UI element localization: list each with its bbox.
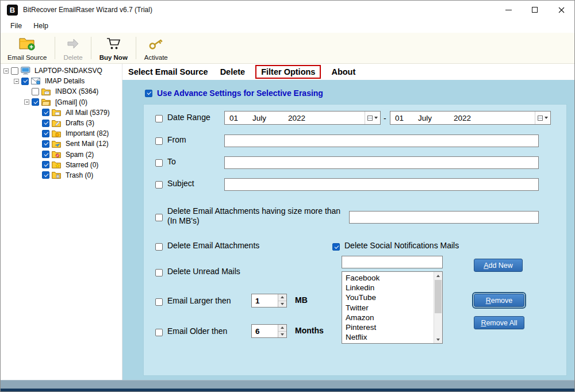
maximize-icon [532, 7, 538, 13]
list-item-pinterest[interactable]: Pinterest [342, 322, 434, 332]
spinner-up-icon[interactable] [278, 325, 286, 332]
date-end-month: July [418, 114, 454, 122]
date-end-picker[interactable]: 01 July 2022 [390, 111, 551, 125]
tree-item-starred[interactable]: Starred (0) [1, 160, 122, 170]
add-new-button[interactable]: Add New [474, 259, 523, 272]
list-item-facebook[interactable]: Facebook [342, 273, 434, 283]
advance-settings-checkbox[interactable] [145, 90, 152, 97]
scrollbar-thumb[interactable] [435, 280, 442, 313]
list-item-youtube[interactable]: YouTube [342, 293, 434, 302]
list-item-amazon[interactable]: Amazon [342, 313, 434, 322]
spinner-down-icon[interactable] [278, 301, 286, 308]
delete-unread-checkbox[interactable] [155, 269, 163, 276]
tab-delete[interactable]: Delete [218, 66, 247, 78]
from-input[interactable] [224, 134, 539, 147]
tree-item-inbox[interactable]: INBOX (5364) [1, 86, 122, 97]
tree-checkbox[interactable] [11, 67, 18, 75]
date-start-picker[interactable]: 01 July 2022 [224, 111, 381, 125]
email-older-checkbox[interactable] [155, 329, 163, 336]
tree-checkbox[interactable] [42, 140, 49, 148]
collapse-icon[interactable] [24, 99, 29, 105]
advance-settings-label: Use Advance Settings for Selective Erasi… [157, 89, 323, 98]
title-bar: B BitRecover EmailRaser Wizard v6.7 (Tri… [1, 1, 574, 19]
tree-checkbox[interactable] [32, 98, 39, 106]
tree-item-all-mail[interactable]: All Mail (5379) [1, 107, 122, 118]
tree-checkbox[interactable] [42, 130, 49, 137]
tree-checkbox[interactable] [21, 78, 29, 85]
tree-item-drafts[interactable]: Drafts (3) [1, 118, 122, 128]
mail-account-icon [31, 77, 41, 85]
delete-attachments-checkbox[interactable] [155, 243, 163, 251]
remove-button[interactable]: Remove [474, 294, 524, 307]
list-item-linkedin[interactable]: Linkedin [342, 283, 434, 293]
email-older-spinner [251, 324, 287, 338]
tab-about[interactable]: About [329, 66, 357, 78]
chevron-down-icon [545, 117, 548, 119]
tree-checkbox[interactable] [42, 151, 49, 158]
tree-item-label: [Gmail] (0) [54, 98, 89, 106]
attachment-size-input[interactable] [349, 211, 539, 224]
delete-button[interactable]: Delete [56, 33, 89, 63]
close-button[interactable] [548, 1, 574, 19]
subject-input[interactable] [224, 178, 539, 191]
to-input[interactable] [224, 156, 539, 169]
remove-all-button[interactable]: Remove All [474, 316, 524, 329]
tree-checkbox[interactable] [42, 161, 49, 168]
maximize-button[interactable] [522, 1, 548, 19]
tree-item-sent-mail[interactable]: Sent Mail (12) [1, 139, 122, 149]
tree-checkbox[interactable] [32, 88, 39, 95]
tab-filter-options[interactable]: Filter Options [255, 65, 321, 79]
tree-item-spam[interactable]: Spam (2) [1, 149, 122, 160]
chevron-down-icon [374, 117, 378, 119]
menu-help[interactable]: Help [28, 20, 54, 32]
tree-item-trash[interactable]: Trash (0) [1, 170, 122, 180]
tree-item-imap-details[interactable]: IMAP Details [1, 76, 122, 86]
minimize-button[interactable] [495, 1, 522, 19]
activate-button[interactable]: Activate [137, 33, 175, 63]
tree-checkbox[interactable] [42, 120, 49, 127]
app-logo-icon: B [7, 5, 18, 16]
date-range-checkbox[interactable] [155, 115, 163, 122]
tree-item-laptop[interactable]: LAPTOP-SNDAKSVQ [1, 66, 122, 76]
minimize-icon [505, 10, 512, 10]
attachment-size-checkbox[interactable] [155, 214, 163, 221]
spinner-down-icon[interactable] [278, 332, 286, 338]
date-start-dropdown-button[interactable] [365, 112, 380, 124]
to-checkbox[interactable] [155, 159, 163, 167]
email-larger-input[interactable] [252, 294, 278, 307]
tree-item-important[interactable]: Important (82) [1, 128, 122, 139]
social-sites-list: Facebook Linkedin YouTube Twitter Amazon… [342, 272, 434, 343]
scroll-down-icon[interactable] [434, 336, 442, 343]
tree-item-label: INBOX (5364) [54, 87, 99, 95]
tab-select-email-source[interactable]: Select Email Source [126, 66, 210, 78]
gmail-folder-icon [41, 98, 52, 106]
subject-checkbox[interactable] [155, 181, 163, 189]
collapse-icon[interactable] [3, 68, 9, 74]
from-checkbox[interactable] [155, 137, 163, 145]
tree-item-gmail[interactable]: [Gmail] (0) [1, 97, 122, 107]
email-larger-spinner [251, 294, 287, 308]
new-social-site-input[interactable] [342, 256, 443, 268]
social-notifications-checkbox[interactable] [332, 243, 340, 251]
scroll-up-icon[interactable] [434, 272, 442, 279]
social-sites-listbox[interactable]: Facebook Linkedin YouTube Twitter Amazon… [342, 271, 443, 344]
menu-file[interactable]: File [5, 20, 28, 32]
tree-checkbox[interactable] [42, 109, 49, 116]
tree-checkbox[interactable] [42, 171, 49, 179]
email-source-button[interactable]: Email Source [1, 33, 53, 63]
date-end-day: 01 [390, 114, 418, 122]
buy-now-button[interactable]: Buy Now [93, 33, 135, 63]
spinner-up-icon[interactable] [278, 294, 286, 301]
list-item-netflix[interactable]: Netflix [342, 332, 434, 342]
delete-icon [66, 35, 80, 52]
listbox-scrollbar[interactable] [434, 272, 442, 343]
email-older-label: Email Older then [167, 326, 227, 336]
collapse-icon[interactable] [14, 79, 19, 84]
buy-now-cart-icon [106, 35, 121, 52]
email-older-input[interactable] [252, 325, 278, 337]
email-larger-checkbox[interactable] [155, 298, 163, 306]
date-end-dropdown-button[interactable] [535, 112, 550, 124]
list-item-twitter[interactable]: Twitter [342, 303, 434, 313]
advance-settings-row: Use Advance Settings for Selective Erasi… [145, 89, 323, 98]
window-title: BitRecover EmailRaser Wizard v6.7 (Trial… [23, 6, 152, 14]
